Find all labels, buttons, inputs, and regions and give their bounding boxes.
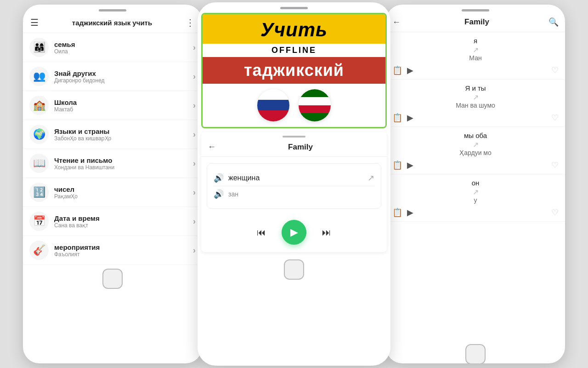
phone-3-header: ← Family 🔍 — [386, 12, 565, 32]
phone-2-home-button[interactable] — [284, 259, 304, 280]
vocab-play-icon-0[interactable]: ▶ — [407, 65, 413, 75]
card-title: Family — [220, 143, 380, 152]
menu-chevron-family: › — [193, 43, 196, 52]
menu-chevron-school: › — [193, 101, 196, 110]
vocab-heart-0[interactable]: ♡ — [551, 65, 559, 75]
menu-item-icon-school: 🏫 — [29, 96, 49, 115]
menu-item-know-others[interactable]: 👥 Знай других Дигаронро бидонед › — [23, 62, 202, 91]
menu-item-datetime[interactable]: 📅 Дата и время Сана ва вақт › — [23, 207, 202, 236]
phone-1-header: ☰ таджикский язык учить ⋮ — [23, 12, 202, 33]
phone-3-bottom-bar — [386, 340, 565, 363]
menu-item-languages[interactable]: 🌍 Языки и страны ЗабонҲо ва кишварҲо › — [23, 120, 202, 149]
menu-item-text-reading: Чтение и письмо Хондани ва Навиштани — [54, 156, 193, 171]
menu-item-numbers[interactable]: 🔢 чисел РақамҲо › — [23, 178, 202, 207]
vocab-heart-1[interactable]: ♡ — [551, 113, 559, 123]
menu-item-text-activities: мероприятия Фаъолият — [54, 243, 193, 258]
menu-item-main-numbers: чисел — [54, 185, 193, 193]
vocab-word-tj-0: Ман — [392, 54, 559, 63]
card-header: ← Family — [201, 139, 387, 157]
menu-item-text-numbers: чисел РақамҲо — [54, 185, 193, 200]
menu-chevron-numbers: › — [193, 188, 196, 197]
more-options-icon[interactable]: ⋮ — [186, 17, 195, 28]
menu-item-main-activities: мероприятия — [54, 243, 193, 251]
card-drag-bar — [201, 132, 387, 139]
menu-item-icon-reading: 📖 — [29, 154, 49, 173]
player-controls: ⏮ ▶ ⏭ — [201, 213, 387, 248]
phone-3-home-button[interactable] — [465, 344, 486, 363]
hamburger-icon[interactable]: ☰ — [30, 17, 39, 28]
banner-offline-section: OFFLINE — [203, 44, 385, 57]
phone-3-back-arrow[interactable]: ← — [392, 17, 401, 27]
vocab-item-3: он ↗ у 📋 ▶ ♡ — [386, 174, 565, 222]
vocab-copy-icon-2[interactable]: 📋 — [392, 160, 402, 170]
word-text-ru: женщина — [228, 174, 260, 182]
menu-chevron-activities: › — [193, 246, 196, 255]
speaker-icon-tj[interactable]: 🔊 — [214, 189, 224, 199]
vocab-item-1: Я и ты ↗ Ман ва шумо 📋 ▶ ♡ — [386, 80, 565, 127]
player-prev-button[interactable]: ⏮ — [254, 225, 269, 240]
menu-item-school[interactable]: 🏫 Школа Мактаб › — [23, 91, 202, 120]
vocab-copy-icon-0[interactable]: 📋 — [392, 65, 402, 75]
phone-2-card: ← Family 🔊 женщина ↗ 🔊 зан ⏮ ▶ ⏭ — [201, 132, 387, 252]
flag-russia — [257, 89, 289, 121]
player-next-button[interactable]: ⏭ — [319, 225, 334, 240]
menu-item-main-family: семья — [54, 40, 193, 48]
word-card: 🔊 женщина ↗ 🔊 зан — [207, 163, 381, 209]
menu-item-icon-languages: 🌍 — [29, 125, 49, 144]
vocab-word-tj-2: Ҳардуи мо — [392, 149, 559, 158]
menu-item-activities[interactable]: 🎸 мероприятия Фаъолият › — [23, 236, 202, 265]
menu-item-sub-reading: Хондани ва Навиштани — [54, 164, 193, 171]
vocab-copy-icon-3[interactable]: 📋 — [392, 207, 402, 218]
menu-item-sub-family: Оила — [54, 48, 193, 55]
speaker-icon-ru[interactable]: 🔊 — [214, 173, 224, 183]
card-bar-indicator — [283, 136, 305, 138]
vocab-heart-3[interactable]: ♡ — [551, 207, 559, 218]
phone-3-search-icon[interactable]: 🔍 — [548, 17, 559, 27]
vocab-heart-2[interactable]: ♡ — [551, 160, 559, 170]
vocab-list: я ↗ Ман 📋 ▶ ♡ Я и ты ↗ Ман ва шумо 📋 ▶ ♡… — [386, 32, 565, 340]
menu-item-text-school: Школа Мактаб — [54, 98, 193, 113]
banner-language-text: таджикский — [203, 61, 385, 80]
menu-item-icon-family: 👨‍👩‍👧 — [29, 38, 49, 57]
vocab-actions-2: 📋 ▶ ♡ — [392, 158, 559, 173]
vocab-arrow-3: ↗ — [392, 188, 559, 196]
vocab-word-ru-0: я — [392, 37, 559, 46]
player-play-button[interactable]: ▶ — [282, 220, 306, 245]
menu-item-sub-datetime: Сана ва вақт — [54, 222, 193, 229]
banner-top: Учить — [203, 14, 385, 44]
vocab-play-icon-1[interactable]: ▶ — [407, 113, 413, 123]
flag-tajikistan — [299, 89, 331, 121]
vocab-arrow-2: ↗ — [392, 140, 559, 149]
word-row-tj: 🔊 зан — [214, 186, 374, 202]
vocab-item-2: мы оба ↗ Ҳардуи мо 📋 ▶ ♡ — [386, 127, 565, 174]
menu-chevron-reading: › — [193, 159, 196, 168]
menu-chevron-know-others: › — [193, 72, 196, 81]
phone-2: Учить OFFLINE таджикский ← Family 🔊 женщ… — [198, 2, 390, 366]
menu-item-family[interactable]: 👨‍👩‍👧 семья Оила › — [23, 33, 202, 62]
banner-offline-text: OFFLINE — [203, 46, 385, 55]
phone-2-top-bar — [280, 7, 308, 9]
menu-item-sub-numbers: РақамҲо — [54, 193, 193, 200]
vocab-item-0: я ↗ Ман 📋 ▶ ♡ — [386, 32, 565, 80]
vocab-actions-0: 📋 ▶ ♡ — [392, 63, 559, 78]
vocab-copy-icon-1[interactable]: 📋 — [392, 113, 402, 123]
menu-item-sub-activities: Фаъолият — [54, 251, 193, 258]
vocab-word-tj-3: у — [392, 196, 559, 206]
vocab-arrow-0: ↗ — [392, 46, 559, 54]
vocab-play-icon-3[interactable]: ▶ — [407, 207, 413, 218]
menu-item-main-languages: Языки и страны — [54, 127, 193, 135]
phone-1-home-button[interactable] — [102, 269, 123, 289]
vocab-word-ru-1: Я и ты — [392, 84, 559, 93]
menu-item-text-know-others: Знай других Дигаронро бидонед — [54, 69, 193, 84]
phone-3: ← Family 🔍 я ↗ Ман 📋 ▶ ♡ Я и ты ↗ Ман ва… — [386, 5, 565, 363]
vocab-action-left-3: 📋 ▶ — [392, 207, 413, 218]
menu-item-main-datetime: Дата и время — [54, 214, 193, 222]
menu-item-sub-know-others: Дигаронро бидонед — [54, 77, 193, 84]
vocab-play-icon-2[interactable]: ▶ — [407, 160, 413, 170]
phone-1-bottom-bar — [23, 265, 202, 294]
card-back-arrow[interactable]: ← — [208, 142, 216, 152]
word-text-tj: зан — [228, 190, 238, 198]
word-expand-arrow[interactable]: ↗ — [368, 173, 374, 183]
menu-item-reading[interactable]: 📖 Чтение и письмо Хондани ва Навиштани › — [23, 149, 202, 178]
vocab-word-ru-3: он — [392, 179, 559, 188]
